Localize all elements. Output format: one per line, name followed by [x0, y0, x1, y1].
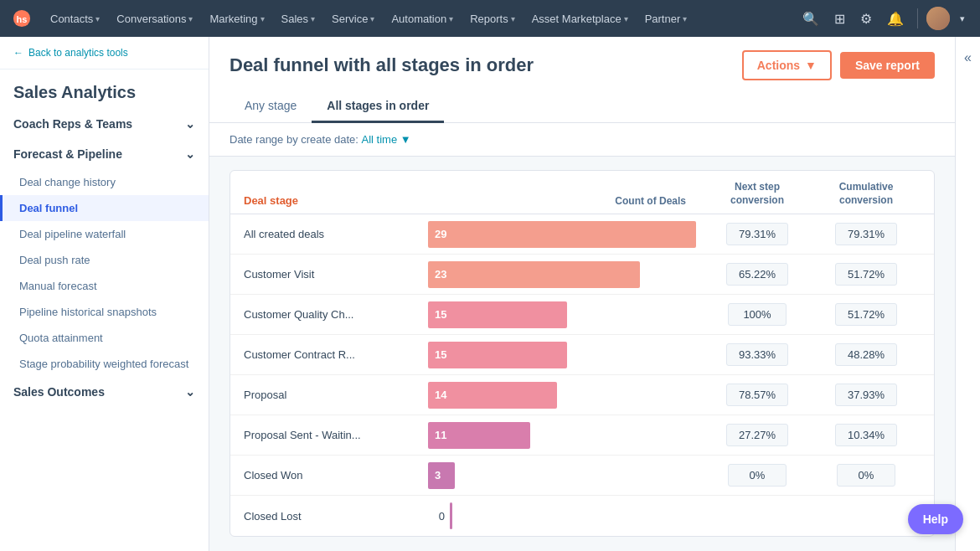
avatar[interactable] [926, 7, 950, 30]
chevron-down-icon: ▾ [683, 14, 687, 23]
search-icon[interactable]: 🔍 [797, 6, 824, 32]
cumulative-conversion: 10.34% [812, 424, 921, 446]
stage-name: All created deals [244, 228, 428, 240]
nav-service[interactable]: Service ▾ [325, 9, 381, 28]
bar-fill: 15 [428, 301, 567, 328]
bar-count-label: 15 [435, 308, 446, 321]
bar-fill [450, 502, 452, 529]
bar-cell[interactable]: 11 [428, 422, 703, 449]
tab-all-stages-in-order[interactable]: All stages in order [312, 90, 444, 123]
bar-cell[interactable]: 29 [428, 221, 703, 248]
funnel-rows: All created deals2979.31%79.31%Customer … [230, 214, 934, 536]
sidebar-nav-item-pipeline-waterfall[interactable]: Deal pipeline waterfall [0, 221, 209, 247]
bar-count-label: 29 [435, 228, 446, 240]
avatar-image [926, 7, 950, 30]
col-header-deal-stage: Deal stage [244, 194, 428, 207]
col-header-cumulative: Cumulativeconversion [812, 181, 921, 207]
bar-cell[interactable]: 15 [428, 301, 703, 328]
sidebar-section-header-forecast[interactable]: Forecast & Pipeline ⌄ [0, 139, 209, 169]
next-step-conversion: 27.27% [703, 424, 812, 446]
sidebar-section-coach: Coach Reps & Teams ⌄ [0, 109, 209, 139]
nav-automation[interactable]: Automation ▾ [384, 9, 460, 28]
help-button[interactable]: Help [908, 504, 963, 534]
chevron-down-icon: ▾ [95, 14, 100, 23]
chevron-down-icon: ▾ [188, 14, 193, 23]
notifications-icon[interactable]: 🔔 [882, 6, 909, 32]
next-step-conversion: 65.22% [703, 263, 812, 286]
bar-cell[interactable]: 14 [428, 382, 703, 409]
bar-fill: 11 [428, 422, 530, 449]
page-title: Deal funnel with all stages in order [230, 54, 534, 76]
table-row: All created deals2979.31%79.31% [230, 214, 934, 255]
chevron-down-icon: ▾ [449, 14, 453, 23]
back-to-analytics-tools[interactable]: ← Back to analytics tools [0, 37, 209, 70]
bar-track: 11 [428, 422, 696, 449]
table-row: Customer Visit2365.22%51.72% [230, 255, 934, 295]
chevron-down-icon: ▾ [260, 14, 265, 23]
chevron-down-icon: ▾ [311, 14, 315, 23]
next-step-conversion: 78.57% [703, 384, 812, 406]
save-report-button[interactable]: Save report [840, 52, 935, 79]
nav-sales[interactable]: Sales ▾ [275, 9, 322, 28]
nav-contacts[interactable]: Contacts ▾ [44, 9, 106, 28]
page-header-actions: Actions ▼ Save report [742, 50, 935, 80]
sidebar-title: Sales Analytics [0, 70, 209, 109]
next-step-conversion: 0% [703, 464, 812, 487]
bar-fill: 15 [428, 342, 567, 368]
bar-track: 23 [428, 261, 696, 288]
stage-name: Customer Contract R... [244, 348, 428, 361]
double-chevron-left-icon: « [964, 50, 972, 65]
chevron-down-icon: ⌄ [185, 117, 195, 131]
bar-cell[interactable]: 3 [428, 462, 703, 489]
next-step-conversion: 100% [703, 303, 812, 326]
sidebar-nav-item-deal-funnel[interactable]: Deal funnel [0, 195, 209, 221]
cumulative-conversion: 51.72% [812, 303, 921, 326]
hubspot-logo[interactable]: hs [10, 7, 34, 30]
chevron-down-icon: ⌄ [185, 385, 195, 399]
nav-conversations[interactable]: Conversations ▾ [110, 9, 199, 28]
funnel-table: Deal stage Count of Deals Next stepconve… [230, 170, 935, 537]
chevron-down-icon: ▾ [624, 14, 628, 23]
date-range-bar: Date range by create date: All time ▼ [209, 123, 955, 157]
bar-fill: 23 [428, 261, 640, 288]
right-panel-collapse[interactable]: « [955, 37, 980, 551]
bar-count-label: 14 [435, 389, 446, 401]
bar-track: 15 [428, 301, 696, 328]
bar-count-label: 11 [435, 429, 446, 441]
table-row: Customer Quality Ch...15100%51.72% [230, 295, 934, 335]
sidebar-section-forecast: Forecast & Pipeline ⌄ Deal change histor… [0, 139, 209, 377]
sidebar-nav-item-deal-push[interactable]: Deal push rate [0, 247, 209, 273]
bar-track: 14 [428, 382, 696, 409]
table-header: Deal stage Count of Deals Next stepconve… [230, 171, 934, 214]
date-range-selector[interactable]: All time ▼ [362, 133, 411, 146]
stage-name: Customer Quality Ch... [244, 308, 428, 321]
sidebar-section-header-coach[interactable]: Coach Reps & Teams ⌄ [0, 109, 209, 139]
actions-button[interactable]: Actions ▼ [742, 50, 832, 80]
cumulative-conversion: 79.31% [812, 223, 921, 245]
nav-reports[interactable]: Reports ▾ [463, 9, 522, 28]
sidebar-section-header-outcomes[interactable]: Sales Outcomes ⌄ [0, 377, 209, 407]
sidebar-nav-item-deal-change[interactable]: Deal change history [0, 169, 209, 195]
stage-name: Proposal [244, 389, 428, 401]
tab-any-stage[interactable]: Any stage [230, 90, 312, 123]
sidebar-nav-item-stage-probability[interactable]: Stage probability weighted forecast [0, 351, 209, 377]
nav-partner[interactable]: Partner ▾ [638, 9, 694, 28]
account-chevron-icon[interactable]: ▾ [955, 8, 970, 29]
sidebar-nav-item-quota[interactable]: Quota attainment [0, 325, 209, 351]
table-row: Closed Won30%0% [230, 456, 934, 496]
bar-cell[interactable]: 23 [428, 261, 703, 288]
page-tabs: Any stage All stages in order [230, 90, 935, 122]
bar-cell[interactable]: 0 [428, 502, 703, 529]
sidebar: ← Back to analytics tools Sales Analytic… [0, 37, 209, 551]
col-header-count: Count of Deals [428, 195, 703, 207]
nav-asset-marketplace[interactable]: Asset Marketplace ▾ [525, 9, 635, 28]
bar-fill: 14 [428, 382, 557, 409]
settings-icon[interactable]: ⚙ [855, 6, 877, 32]
sidebar-nav-item-pipeline-snapshots[interactable]: Pipeline historical snapshots [0, 299, 209, 325]
apps-icon[interactable]: ⊞ [829, 6, 850, 32]
stage-name: Closed Won [244, 469, 428, 481]
nav-marketing[interactable]: Marketing ▾ [203, 9, 271, 28]
sidebar-nav-item-manual-forecast[interactable]: Manual forecast [0, 273, 209, 299]
bar-count-label: 15 [435, 348, 446, 361]
bar-cell[interactable]: 15 [428, 342, 703, 368]
